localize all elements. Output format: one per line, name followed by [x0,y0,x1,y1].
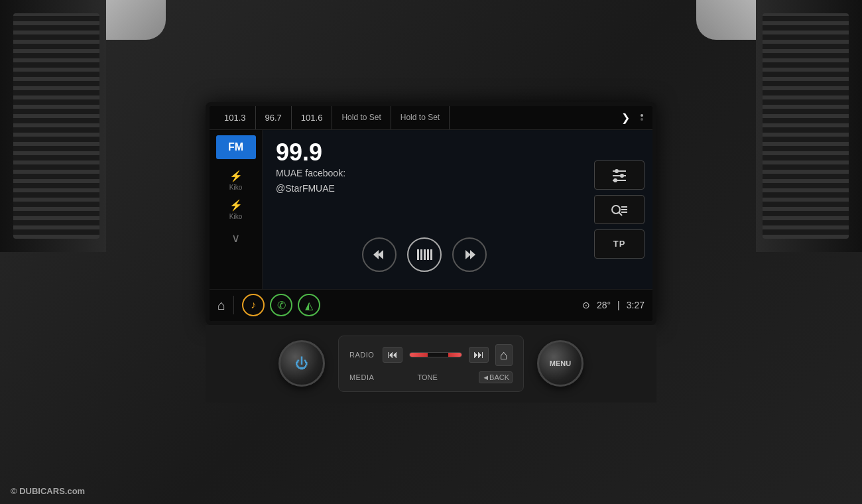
playback-controls [276,237,573,279]
physical-controls: RADIO ⏮ ⏭ ⌂ MEDIA TONE ◄BACK [206,325,656,403]
cluster-row-2: MEDIA TONE ◄BACK [349,371,513,383]
preset-hold-1[interactable]: Hold to Set [332,106,391,129]
svg-point-14 [613,178,617,182]
station-frequency: 99.9 [276,141,573,164]
preset-hold-2[interactable]: Hold to Set [391,106,450,129]
usb-item-2[interactable]: ⚡ Kiko [227,196,245,223]
vent-left [0,0,106,252]
svg-rect-4 [424,249,426,260]
equalizer-button[interactable] [594,160,645,190]
next-physical-button[interactable]: ⏭ [469,347,489,363]
nav-right-info: ⊙ 28° | 3:27 [582,300,645,310]
media-label: MEDIA [349,373,376,381]
svg-rect-5 [427,249,429,260]
center-panel: 101.3 96.7 101.6 Hold to Set Hold to Set… [133,102,729,403]
station-name-line2: @StarFMUAE [276,182,573,196]
cluster-row-1: RADIO ⏮ ⏭ ⌂ [349,344,513,366]
preset-3[interactable]: 101.6 [292,106,333,129]
tp-label: TP [613,239,626,249]
next-button[interactable] [452,237,487,272]
slider-fill-left [410,353,428,357]
svg-point-10 [615,169,619,173]
search-list-button[interactable] [594,195,645,224]
time-display: 3:27 [627,300,645,310]
tp-button[interactable]: TP [594,229,645,259]
location-icon: ⊙ [582,300,590,310]
prev-physical-button[interactable]: ⏮ [383,347,402,363]
temperature-display: 28° [597,300,611,310]
bottom-nav: ⌂ ♪ ✆ ◭ ⊙ 28° | 3:27 [210,289,652,321]
car-interior: 101.3 96.7 101.6 Hold to Set Hold to Set… [0,0,862,504]
vent-right [756,0,862,252]
slider-fill-right [448,353,462,357]
svg-marker-8 [470,250,475,259]
touchscreen: 101.3 96.7 101.6 Hold to Set Hold to Set… [210,106,652,321]
phone-nav-button[interactable]: ✆ [270,294,292,316]
usb-icon-2: ⚡ [229,199,243,212]
svg-marker-7 [465,250,471,259]
preset-1[interactable]: 101.3 [215,106,256,129]
svg-rect-3 [420,249,422,260]
button-cluster: RADIO ⏮ ⏭ ⌂ MEDIA TONE ◄BACK [338,336,524,392]
music-nav-button[interactable]: ♪ [242,294,265,316]
power-knob[interactable] [278,340,325,387]
back-physical-button[interactable]: ◄BACK [479,371,513,383]
nav-divider-1 [233,296,234,314]
prev-button[interactable] [362,237,397,272]
menu-knob[interactable] [537,340,584,387]
preset-page-dots [637,114,647,121]
home-nav-button[interactable]: ⌂ [217,298,225,313]
preset-bar: 101.3 96.7 101.6 Hold to Set Hold to Set… [210,106,652,130]
main-content: FM ⚡ Kiko ⚡ Kiko ∨ [210,130,652,289]
tone-slider[interactable] [409,352,462,357]
preset-2[interactable]: 96.7 [256,106,292,129]
tone-label: TONE [383,373,472,381]
screen-bezel: 101.3 96.7 101.6 Hold to Set Hold to Set… [206,102,656,325]
svg-marker-0 [378,250,383,259]
svg-rect-2 [417,249,419,260]
usb-icon-1: ⚡ [229,170,243,182]
play-pause-button[interactable] [407,237,442,272]
svg-point-12 [620,174,624,178]
usb-item-1[interactable]: ⚡ Kiko [227,167,245,194]
usb-label-2: Kiko [229,213,242,220]
svg-rect-6 [430,249,432,260]
nav-divider-2: | [617,300,620,310]
navigation-nav-button[interactable]: ◭ [298,294,320,316]
svg-marker-1 [373,250,379,259]
center-content: 99.9 MUAE facebook: @StarFMUAE [263,130,586,289]
left-sidebar: FM ⚡ Kiko ⚡ Kiko ∨ [210,130,263,289]
preset-next-arrow[interactable]: ❯ [615,111,637,124]
sidebar-expand-button[interactable]: ∨ [231,231,240,245]
station-info: 99.9 MUAE facebook: @StarFMUAE [276,141,573,196]
watermark: © DUBICARS.com [11,486,85,496]
right-controls: TP [586,130,652,289]
fm-source-button[interactable]: FM [216,135,256,159]
radio-label: RADIO [349,351,376,359]
home-physical-button[interactable]: ⌂ [495,344,513,366]
usb-label-1: Kiko [229,184,242,191]
station-name-line1: MUAE facebook: [276,167,573,180]
